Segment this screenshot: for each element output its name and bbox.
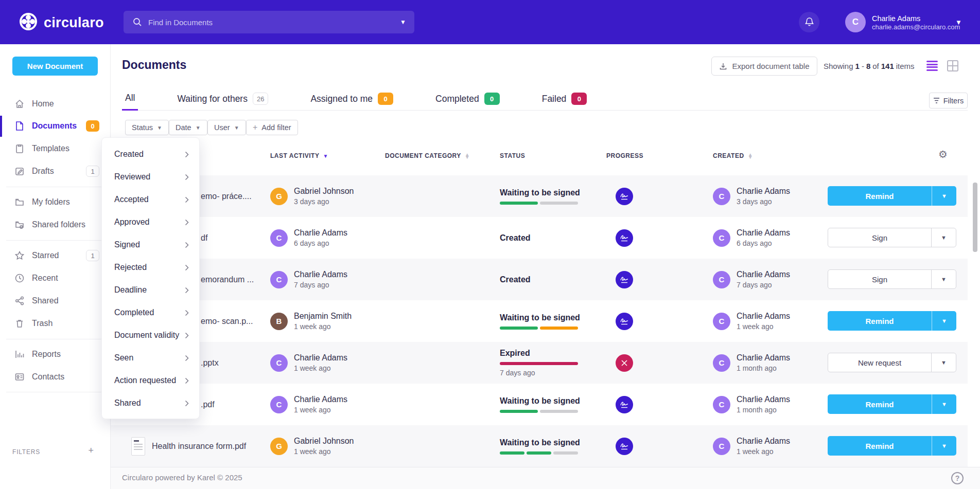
new-document-button[interactable]: New Document [12,57,98,76]
progress-status-icon[interactable] [616,438,633,455]
status-menu-item[interactable]: Signed [102,233,199,256]
tab-waiting-for-others[interactable]: Waiting for others26 [174,87,271,111]
search-input[interactable] [142,18,400,27]
column-status[interactable]: STATUS [500,152,525,159]
sidebar-item-shared[interactable]: Shared [0,291,111,311]
action-label[interactable]: Sign [828,228,931,247]
document-name-cell[interactable]: Health insurance form.pdf [111,425,270,467]
status-menu-item[interactable]: Shared [102,392,199,414]
table-row[interactable]: df C Charlie Adams6 days ago Created C [111,217,968,259]
add-filter-plus-icon[interactable]: + [88,445,94,456]
tab-assigned-to-me[interactable]: Assigned to me0 [307,87,396,111]
status-menu-item[interactable]: Reviewed [102,166,199,188]
column-progress[interactable]: PROGRESS [606,152,643,159]
created-time: 3 days ago [737,197,772,206]
action-dropdown-caret-icon[interactable]: ▼ [932,436,956,456]
global-search[interactable]: ▼ [124,11,414,33]
date-filter-chip[interactable]: Date▼ [169,120,207,135]
sidebar-item-templates[interactable]: Templates [0,138,111,159]
progress-cell[interactable] [606,175,642,217]
notifications-button[interactable] [799,12,819,32]
tab-all[interactable]: All [122,87,138,111]
action-dropdown-caret-icon[interactable]: ▼ [932,186,956,206]
progress-status-icon[interactable] [616,271,633,288]
grid-view-icon[interactable] [947,60,958,71]
search-scope-caret-icon[interactable]: ▼ [400,19,406,26]
sidebar-item-documents[interactable]: Documents 0 [0,116,111,136]
progress-cell[interactable] [606,300,642,342]
column-created[interactable]: CREATED▲▼ [713,152,753,159]
add-filter-chip[interactable]: +Add filter [246,120,298,135]
table-row[interactable]: .pptx C Charlie Adams1 week ago Expired … [111,342,968,384]
row-action-button[interactable]: Remind ▼ [828,186,956,206]
sidebar-item-home[interactable]: Home [0,94,111,114]
sidebar-item-starred[interactable]: Starred 1 [0,245,111,266]
progress-status-icon[interactable] [616,229,633,247]
sidebar-item-drafts[interactable]: Drafts 1 [0,161,111,182]
action-label[interactable]: Sign [828,270,931,288]
action-label[interactable]: Remind [828,436,932,456]
status-menu-item[interactable]: Completed [102,301,199,324]
status-menu-item[interactable]: Seen [102,347,199,369]
progress-status-icon[interactable] [616,396,633,413]
progress-cell[interactable] [606,342,642,384]
progress-cell[interactable] [606,217,642,259]
user-avatar[interactable]: C [845,12,866,32]
progress-cell[interactable] [606,384,642,425]
row-action-button[interactable]: Remind ▼ [828,311,956,331]
tab-completed[interactable]: Completed0 [432,87,503,111]
status-menu-item[interactable]: Rejected [102,256,199,279]
user-filter-chip[interactable]: User▼ [207,120,246,135]
row-action-button[interactable]: New request ▼ [828,353,956,372]
action-label[interactable]: Remind [828,186,932,206]
progress-status-icon[interactable] [616,313,633,330]
progress-cell[interactable] [606,259,642,300]
sidebar-item-contacts[interactable]: Contacts [0,367,111,387]
row-action-button[interactable]: Remind ▼ [828,436,956,456]
action-dropdown-caret-icon[interactable]: ▼ [932,311,956,331]
status-menu-item[interactable]: Accepted [102,188,199,211]
status-menu-item[interactable]: Document validity [102,324,199,347]
column-last-activity[interactable]: LAST ACTIVITY▼ [270,152,328,159]
action-label[interactable]: Remind [828,394,932,414]
brand-logo[interactable]: circularo [19,12,104,33]
export-document-table-button[interactable]: Export document table [711,57,817,76]
column-document-category[interactable]: DOCUMENT CATEGORY▲▼ [385,152,470,159]
action-label[interactable]: Remind [828,311,932,331]
table-row[interactable]: emorandum ... C Charlie Adams7 days ago … [111,259,968,300]
action-dropdown-caret-icon[interactable]: ▼ [931,353,956,372]
user-info[interactable]: Charlie Adams charlie.adams@circularo.co… [872,14,960,31]
status-menu-item[interactable]: Deadline [102,279,199,301]
scrollbar-thumb[interactable] [973,183,977,252]
sidebar-item-shared-folders[interactable]: Shared folders [0,214,111,235]
status-menu-item[interactable]: Approved [102,211,199,233]
table-row[interactable]: .pdf C Charlie Adams1 week ago Waiting t… [111,384,968,425]
list-view-icon[interactable] [926,61,938,71]
action-label[interactable]: New request [828,353,931,372]
sidebar-item-recent[interactable]: Recent [0,268,111,288]
row-action-button[interactable]: Remind ▼ [828,394,956,414]
row-action-button[interactable]: Sign ▼ [828,269,956,289]
table-row[interactable]: emo- scan.p... B Benjamin Smith1 week ag… [111,300,968,342]
row-action-button[interactable]: Sign ▼ [828,228,956,247]
action-dropdown-caret-icon[interactable]: ▼ [931,228,956,247]
sidebar-item-reports[interactable]: Reports [0,344,111,365]
table-row[interactable]: Health insurance form.pdf G Gabriel John… [111,425,968,467]
status-menu-item[interactable]: Action requested [102,369,199,392]
user-menu-caret-icon[interactable]: ▼ [955,19,962,26]
action-dropdown-caret-icon[interactable]: ▼ [931,270,956,288]
filters-button[interactable]: Filters [929,93,968,108]
table-settings-gear-icon[interactable]: ⚙ [938,148,948,160]
table-row[interactable]: emo- práce.... G Gabriel Johnson3 days a… [111,175,968,217]
actor-name: Benjamin Smith [294,312,352,320]
progress-status-icon[interactable] [616,354,633,372]
help-button[interactable]: ? [951,472,964,484]
sidebar-item-my-folders[interactable]: My folders [0,192,111,212]
progress-status-icon[interactable] [616,188,633,205]
status-filter-chip[interactable]: Status▼ [125,120,169,135]
status-menu-item[interactable]: Created [102,143,199,166]
progress-cell[interactable] [606,425,642,467]
action-dropdown-caret-icon[interactable]: ▼ [932,394,956,414]
sidebar-item-trash[interactable]: Trash [0,313,111,334]
tab-failed[interactable]: Failed0 [539,87,590,111]
